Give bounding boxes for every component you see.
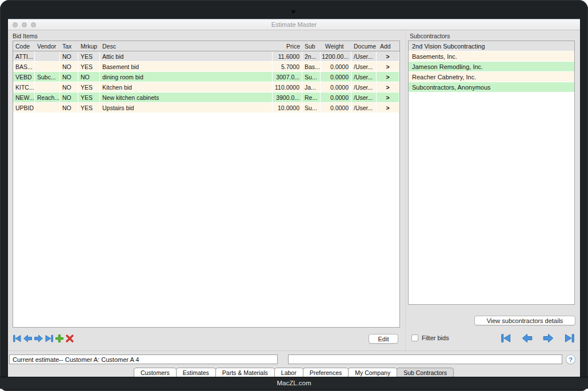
brand-text: MacZL.com	[277, 380, 311, 386]
device-mockup: Estimate Master Bid Items Code Vendor Ta…	[0, 0, 588, 391]
cell-sub: Re...	[302, 92, 321, 103]
cell-weight: 0.0000	[321, 103, 351, 113]
column-header[interactable]: Add	[377, 43, 399, 50]
cell-vendor: Subc...	[35, 72, 60, 82]
cell-tax: NO	[60, 82, 78, 92]
list-item[interactable]: 2nd Vision Subcontracting	[409, 41, 574, 51]
cell-add-link[interactable]: >	[377, 82, 399, 92]
cell-sub: Su...	[302, 72, 321, 82]
column-header[interactable]: Price	[273, 43, 302, 50]
cell-vendor	[35, 82, 60, 92]
tab[interactable]: Customers	[134, 368, 177, 377]
cell-docume: /User...	[351, 72, 377, 82]
table-row[interactable]: VEBD Subc... NO NO dining room bid 3007.…	[13, 72, 399, 82]
list-item[interactable]: Jameson Remodling, Inc.	[409, 62, 574, 72]
cell-vendor	[35, 103, 60, 113]
cell-sub: 2n...	[302, 51, 321, 62]
table-row[interactable]: BAS... NO YES Basement bid 5.7000 Bas...…	[13, 62, 399, 72]
column-header[interactable]: Mrkup	[78, 43, 100, 50]
cell-price: 10.0000	[273, 103, 302, 113]
cell-sub: Su...	[302, 103, 321, 113]
cell-add-link[interactable]: >	[377, 62, 399, 72]
cell-mrkup: YES	[78, 62, 100, 72]
last-subcontractor-icon[interactable]	[564, 333, 575, 344]
column-header[interactable]: Desc	[100, 43, 273, 50]
window-title: Estimate Master	[8, 21, 580, 28]
next-record-icon[interactable]	[34, 334, 43, 343]
subcontractors-list[interactable]: 2nd Vision Subcontracting Basements, Inc…	[408, 41, 575, 305]
cell-code: BAS...	[13, 62, 35, 72]
column-header[interactable]: Weight	[321, 43, 351, 50]
aux-field[interactable]	[288, 354, 562, 364]
column-header[interactable]: Sub	[302, 43, 321, 50]
table-row[interactable]: NEW... Reach... NO YES New kitchen cabin…	[13, 92, 399, 103]
view-subcontractors-details-button[interactable]: View subcontractors details	[474, 316, 575, 325]
cell-price: 3900.0...	[273, 92, 302, 103]
help-button[interactable]: ?	[566, 354, 575, 364]
last-record-icon[interactable]	[45, 334, 54, 343]
cell-tax: NO	[60, 72, 78, 82]
cell-vendor	[35, 51, 60, 62]
table-row[interactable]: UPBID NO YES Upstairs bid 10.0000 Su... …	[13, 103, 399, 113]
filter-bids-label: Filter bids	[422, 334, 449, 341]
current-estimate-field[interactable]: Current estimate-- Customer A: Customer …	[9, 354, 278, 364]
table-row[interactable]: ATTI... NO YES Attic bid 11.6000 2n... 1…	[13, 51, 399, 62]
tab[interactable]: My Company	[348, 368, 397, 377]
edit-button[interactable]: Edit	[369, 334, 398, 344]
bottom-tabbar: Customers Estimates Parts & Materials La…	[8, 368, 580, 377]
column-header[interactable]: Docume	[351, 43, 377, 50]
cell-price: 3007.0...	[273, 72, 302, 82]
previous-subcontractor-icon[interactable]	[522, 333, 533, 344]
cell-docume: /User...	[351, 62, 377, 72]
cell-code: VEBD	[13, 72, 35, 82]
cell-desc: Attic bid	[100, 51, 273, 62]
cell-tax: NO	[60, 62, 78, 72]
cell-mrkup: YES	[78, 51, 100, 62]
tab[interactable]: Estimates	[176, 368, 216, 377]
tab[interactable]: Preferences	[303, 368, 349, 377]
cell-docume: /User...	[351, 103, 377, 113]
cell-tax: NO	[60, 51, 78, 62]
list-item[interactable]: Reacher Cabnetry, Inc.	[409, 72, 574, 82]
tab[interactable]: Labor	[274, 368, 303, 377]
filter-bids-checkbox[interactable]	[411, 334, 418, 341]
cell-add-link[interactable]: >	[377, 92, 399, 103]
cell-tax: NO	[60, 92, 78, 103]
bottom-divider	[8, 350, 580, 351]
cell-mrkup: NO	[78, 72, 100, 82]
previous-record-icon[interactable]	[23, 334, 33, 343]
cell-docume: /User...	[351, 51, 377, 62]
list-item[interactable]: Basements, Inc.	[409, 51, 574, 62]
cell-add-link[interactable]: >	[377, 72, 399, 82]
cell-sub: Ja...	[302, 82, 321, 92]
window-titlebar: Estimate Master	[8, 19, 580, 30]
cell-mrkup: YES	[78, 82, 100, 92]
cell-price: 5.7000	[273, 62, 302, 72]
table-row[interactable]: KITC... NO YES Kitchen bid 110.0000 Ja..…	[13, 82, 399, 92]
next-subcontractor-icon[interactable]	[543, 333, 554, 344]
tab[interactable]: Parts & Materials	[215, 368, 275, 377]
column-header[interactable]: Vendor	[35, 43, 60, 50]
first-record-icon[interactable]	[13, 334, 22, 343]
tab[interactable]: Sub Contractors	[397, 368, 454, 377]
bid-items-body: ATTI... NO YES Attic bid 11.6000 2n... 1…	[13, 51, 399, 113]
delete-record-icon[interactable]	[65, 334, 74, 343]
cell-desc: New kitchen cabinets	[100, 92, 273, 103]
column-header[interactable]: Tax	[60, 43, 78, 50]
column-header[interactable]: Code	[13, 43, 35, 50]
cell-sub: Bas...	[302, 62, 321, 72]
bid-items-label: Bid Items	[13, 33, 38, 39]
cell-docume: /User...	[351, 92, 377, 103]
cell-weight: 0.0000	[321, 92, 351, 103]
cell-price: 11.6000	[273, 51, 302, 62]
cell-code: ATTI...	[13, 51, 35, 62]
add-record-icon[interactable]	[55, 334, 64, 343]
list-item[interactable]: Subcontractors, Anonymous	[409, 82, 574, 92]
panel-divider	[406, 32, 406, 352]
cell-add-link[interactable]: >	[377, 103, 399, 113]
cell-docume: /User...	[351, 82, 377, 92]
cell-weight: 0.0000	[321, 82, 351, 92]
cell-add-link[interactable]: >	[377, 51, 399, 62]
bid-items-table[interactable]: Code Vendor Tax Mrkup Desc Price Sub Wei…	[13, 41, 400, 328]
first-subcontractor-icon[interactable]	[501, 333, 511, 344]
